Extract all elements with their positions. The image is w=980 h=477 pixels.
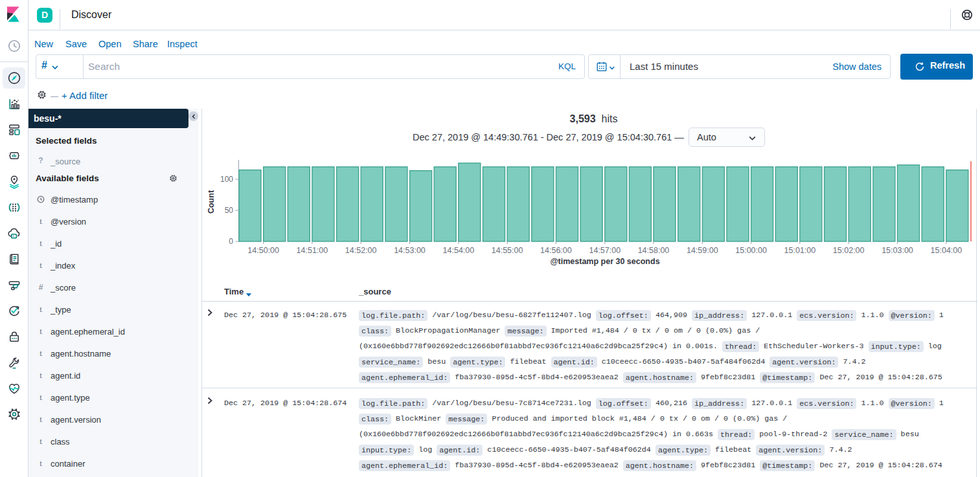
svg-text:14:51:00: 14:51:00 <box>297 246 328 255</box>
svg-text:14:55:00: 14:55:00 <box>492 246 523 255</box>
svg-text:15:00:00: 15:00:00 <box>735 246 767 255</box>
svg-text:100: 100 <box>220 175 233 184</box>
svg-text:15:01:00: 15:01:00 <box>784 246 816 255</box>
svg-text:14:54:00: 14:54:00 <box>443 246 475 255</box>
svg-text:14:59:00: 14:59:00 <box>687 246 718 255</box>
svg-text:0: 0 <box>229 237 233 246</box>
svg-text:14:50:00: 14:50:00 <box>247 246 279 255</box>
svg-text:14:56:00: 14:56:00 <box>540 246 572 255</box>
svg-text:15:02:00: 15:02:00 <box>833 246 865 255</box>
svg-text:Count: Count <box>207 190 216 214</box>
svg-text:15:03:00: 15:03:00 <box>882 246 913 255</box>
svg-text:14:52:00: 14:52:00 <box>345 246 377 255</box>
svg-text:14:57:00: 14:57:00 <box>589 246 621 255</box>
svg-text:14:58:00: 14:58:00 <box>638 246 670 255</box>
svg-text:15:04:00: 15:04:00 <box>931 246 963 255</box>
svg-text:14:53:00: 14:53:00 <box>394 246 426 255</box>
svg-text:@timestamp per 30 seconds: @timestamp per 30 seconds <box>550 257 659 266</box>
svg-text:50: 50 <box>225 206 234 215</box>
